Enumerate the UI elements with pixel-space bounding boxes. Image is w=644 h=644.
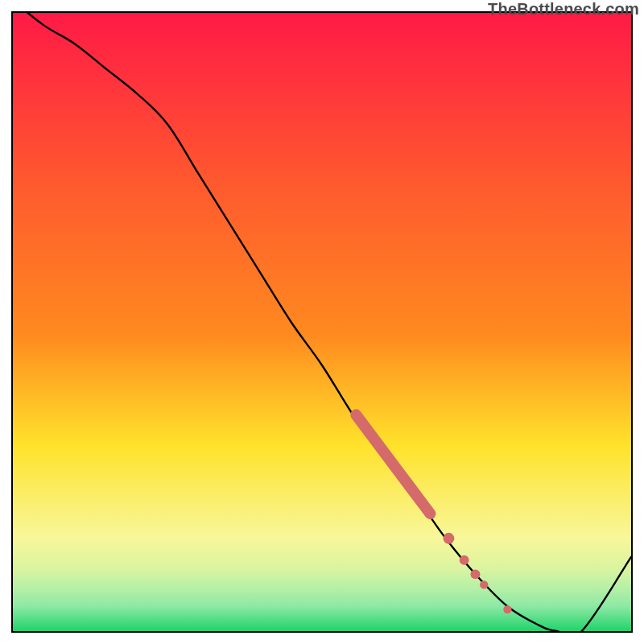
marker-dot bbox=[503, 605, 511, 613]
marker-dot bbox=[470, 569, 480, 579]
marker-thick-segment bbox=[356, 415, 430, 514]
marker-dot bbox=[460, 555, 469, 565]
watermark-text: TheBottleneck.com bbox=[488, 0, 639, 19]
chart-overlay bbox=[13, 13, 631, 631]
curve-line bbox=[13, 13, 631, 631]
marker-dot bbox=[443, 533, 454, 544]
marker-dot bbox=[480, 580, 488, 588]
plot-area bbox=[11, 11, 633, 633]
chart-container: TheBottleneck.com bbox=[0, 0, 644, 644]
